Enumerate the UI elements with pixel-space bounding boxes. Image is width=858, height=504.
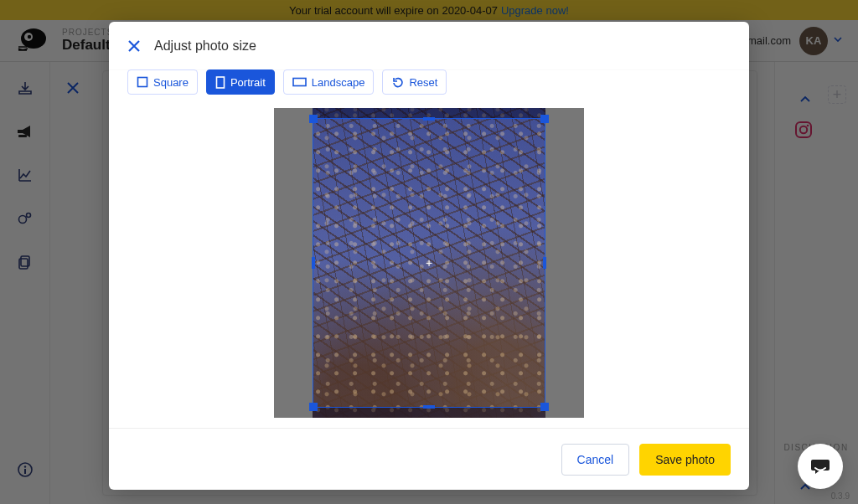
chat-icon (809, 455, 832, 478)
crop-shade (313, 408, 545, 418)
crop-stage[interactable]: + (274, 108, 584, 418)
reset-label: Reset (409, 76, 437, 89)
aspect-landscape-label: Landscape (312, 76, 365, 89)
crop-handle[interactable] (309, 403, 318, 411)
crop-handle[interactable] (423, 405, 435, 409)
adjust-photo-modal: Adjust photo size Square Portrait Landsc… (109, 22, 749, 490)
svg-rect-14 (138, 78, 147, 87)
crop-handle[interactable] (540, 115, 549, 123)
chat-fab[interactable] (798, 444, 843, 489)
modal-footer: Cancel Save photo (109, 428, 749, 490)
aspect-portrait-button[interactable]: Portrait (206, 69, 275, 95)
aspect-toolbar: Square Portrait Landscape Reset (109, 70, 749, 97)
crop-rectangle[interactable]: + (313, 118, 545, 408)
modal-body: + (109, 97, 749, 428)
crop-handle[interactable] (540, 403, 549, 411)
reset-icon (391, 76, 404, 89)
cancel-button[interactable]: Cancel (561, 444, 630, 476)
reset-button[interactable]: Reset (382, 69, 447, 95)
crop-handle[interactable] (543, 257, 546, 269)
svg-rect-16 (293, 79, 306, 86)
landscape-icon (292, 77, 307, 87)
save-photo-button[interactable]: Save photo (639, 444, 731, 476)
aspect-square-button[interactable]: Square (127, 69, 198, 95)
modal-title: Adjust photo size (154, 39, 256, 54)
aspect-portrait-label: Portrait (230, 76, 266, 89)
crop-center-icon: + (424, 258, 434, 268)
portrait-icon (215, 76, 225, 89)
square-icon (137, 76, 148, 88)
crop-handle[interactable] (312, 257, 315, 269)
modal-close-icon[interactable] (126, 38, 142, 54)
modal-header: Adjust photo size (109, 22, 749, 70)
svg-rect-15 (216, 77, 224, 88)
crop-handle[interactable] (423, 117, 435, 121)
aspect-landscape-button[interactable]: Landscape (283, 69, 375, 95)
crop-handle[interactable] (309, 115, 318, 123)
aspect-square-label: Square (153, 76, 189, 89)
